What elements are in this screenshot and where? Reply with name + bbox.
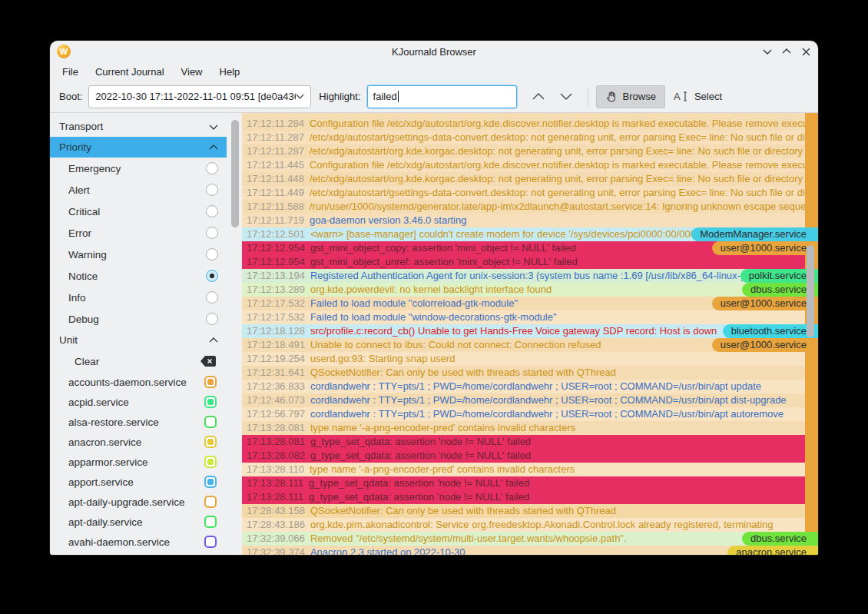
log-row[interactable]: 17:12:36.833cordlandwehr : TTY=pts/1 ; P…	[242, 380, 818, 393]
unit-checkbox[interactable]	[204, 476, 217, 488]
menu-current-journal[interactable]: Current Journal	[87, 64, 173, 80]
log-row[interactable]: 17:13:28.081type name '-a-png-encoder-pr…	[242, 421, 818, 435]
log-timestamp: 17:12:12.954	[247, 242, 305, 254]
browse-button[interactable]: Browse	[596, 85, 665, 108]
unit-checkbox[interactable]	[204, 516, 217, 528]
log-row[interactable]: 17:12:11.287/etc/xdg/autostart/gsettings…	[242, 131, 818, 144]
titlebar[interactable]: W KJournald Browser	[50, 41, 818, 62]
unit-color-strip	[805, 366, 818, 380]
unit-item-apt-daily-upgrade-service[interactable]: apt-daily-upgrade.service	[50, 492, 227, 512]
log-row[interactable]: 17:32:39.066Removed "/etc/systemd/system…	[242, 532, 818, 546]
log-row[interactable]: 17:12:19.254userd.go:93: Starting snap u…	[242, 352, 818, 366]
priority-item-notice[interactable]: Notice	[50, 265, 227, 287]
log-row[interactable]: 17:32:39.374Anacron 2.3 started on 2022-…	[242, 546, 818, 555]
priority-item-alert[interactable]: Alert	[50, 179, 227, 201]
next-match-button[interactable]	[552, 86, 580, 108]
unit-item-avahi-daemon-service[interactable]: avahi-daemon.service	[50, 532, 227, 552]
unit-checkbox[interactable]	[204, 376, 217, 388]
log-row[interactable]: 17:12:11.287/etc/xdg/autostart/org.kde.k…	[242, 144, 818, 158]
log-row[interactable]: 17:12:18.128src/profile.c:record_cb() Un…	[242, 324, 818, 338]
unit-item-apparmor-service[interactable]: apparmor.service	[50, 452, 227, 472]
log-row[interactable]: 17:12:12.501<warn> [base-manager] couldn…	[242, 227, 818, 241]
radio-button[interactable]	[206, 270, 218, 282]
priority-item-debug[interactable]: Debug	[50, 308, 227, 330]
section-unit[interactable]: Unit	[50, 330, 227, 350]
priority-item-label: Alert	[68, 184, 90, 196]
checkbox-fill	[207, 379, 214, 385]
log-row[interactable]: 17:28:43.186org.kde.pim.akonadicontrol: …	[242, 518, 818, 532]
log-row[interactable]: 17:12:11.284Configuration file /etc/xdg/…	[242, 117, 818, 131]
log-row[interactable]: 17:12:11.719goa-daemon version 3.46.0 st…	[242, 214, 818, 227]
unit-checkbox[interactable]	[204, 416, 217, 428]
priority-item-error[interactable]: Error	[50, 222, 227, 244]
sidebar-scrollbar[interactable]	[231, 120, 239, 227]
log-timestamp: 17:12:11.588	[247, 201, 304, 212]
unit-item-alsa-restore-service[interactable]: alsa-restore.service	[50, 412, 227, 432]
priority-item-critical[interactable]: Critical	[50, 201, 227, 222]
log-row[interactable]: 17:12:17.532Failed to load module "windo…	[242, 310, 818, 324]
highlight-input[interactable]: failed	[367, 85, 517, 108]
log-scrollbar[interactable]	[807, 245, 814, 337]
priority-item-info[interactable]: Info	[50, 287, 227, 308]
previous-match-button[interactable]	[525, 86, 552, 108]
log-row[interactable]: 17:12:11.449/etc/xdg/autostart/gsettings…	[242, 186, 818, 200]
unit-checkbox[interactable]	[204, 536, 217, 548]
select-button[interactable]: A Select	[665, 85, 731, 108]
log-row[interactable]: 17:12:17.532Failed to load module "color…	[242, 297, 818, 310]
boot-combobox[interactable]: 2022-10-30 17:11-2022-11-01 09:51 [de0a4…	[88, 85, 311, 108]
log-row[interactable]: 17:12:13.194Registered Authentication Ag…	[242, 269, 818, 283]
unit-item-anacron-service[interactable]: anacron.service	[50, 432, 227, 452]
log-timestamp: 17:28:43.158	[247, 505, 305, 516]
log-row[interactable]: 17:12:13.289org.kde.powerdevil: no kerne…	[242, 283, 818, 297]
priority-item-label: Critical	[68, 206, 100, 217]
unit-checkbox[interactable]	[204, 396, 217, 408]
log-row[interactable]: 17:12:31.641QSocketNotifier: Can only be…	[242, 366, 818, 380]
radio-button[interactable]	[206, 248, 218, 261]
log-message: Configuration file /etc/xdg/autostart/or…	[310, 118, 818, 129]
log-row[interactable]: 17:12:18.491Unable to connect to ibus: C…	[242, 338, 818, 352]
unit-checkbox[interactable]	[204, 436, 217, 448]
log-row[interactable]: 17:12:11.448/etc/xdg/autostart/org.kde.k…	[242, 172, 818, 186]
unit-color-strip	[805, 504, 818, 518]
priority-item-warning[interactable]: Warning	[50, 244, 227, 265]
log-row[interactable]: 17:12:12.954gst_mini_object_copy: assert…	[242, 241, 818, 255]
unit-item-apport-service[interactable]: apport.service	[50, 472, 227, 492]
log-row[interactable]: 17:13:28.111g_type_set_qdata: assertion …	[242, 476, 818, 490]
log-timestamp: 17:12:13.194	[247, 270, 305, 281]
maximize-button[interactable]	[780, 45, 793, 58]
radio-button[interactable]	[206, 227, 218, 239]
menu-view[interactable]: View	[173, 64, 211, 80]
log-row[interactable]: 17:12:56.797cordlandwehr : TTY=pts/1 ; P…	[242, 407, 818, 421]
log-row[interactable]: 17:13:28.081g_type_set_qdata: assertion …	[242, 435, 818, 449]
log-row[interactable]: 17:13:28.111g_type_set_qdata: assertion …	[242, 490, 818, 504]
log-timestamp: 17:13:28.081	[247, 422, 305, 433]
menu-file[interactable]: File	[54, 64, 87, 80]
unit-clear-button[interactable]: Clear	[50, 350, 227, 372]
log-message: /run/user/1000/systemd/generator.late/ap…	[310, 201, 818, 212]
log-row[interactable]: 17:13:28.110type name '-a-png-encoder-pr…	[242, 463, 818, 476]
radio-button[interactable]	[206, 184, 218, 196]
radio-button[interactable]	[206, 162, 218, 174]
section-priority[interactable]: Priority	[50, 137, 227, 158]
unit-item-acpid-service[interactable]: acpid.service	[50, 392, 227, 412]
radio-button[interactable]	[206, 291, 218, 304]
section-transport[interactable]: Transport	[50, 116, 227, 137]
log-row[interactable]: 17:28:43.158QSocketNotifier: Can only be…	[242, 504, 818, 518]
unit-item-apt-daily-service[interactable]: apt-daily.service	[50, 512, 227, 532]
close-button[interactable]	[800, 45, 812, 58]
unit-checkbox[interactable]	[204, 456, 217, 468]
minimize-button[interactable]	[761, 45, 774, 58]
log-row[interactable]: 17:12:12.954gst_mini_object_unref: asser…	[242, 255, 818, 269]
log-row[interactable]: 17:12:11.588/run/user/1000/systemd/gener…	[242, 200, 818, 214]
unit-checkbox[interactable]	[204, 496, 217, 508]
log-message: QSocketNotifier: Can only be used with t…	[310, 367, 616, 378]
log-row[interactable]: 17:12:11.445Configuration file /etc/xdg/…	[242, 158, 818, 172]
unit-item-accounts-daemon-service[interactable]: accounts-daemon.service	[50, 372, 227, 392]
priority-item-label: Info	[68, 292, 86, 304]
log-row[interactable]: 17:13:28.082g_type_set_qdata: assertion …	[242, 449, 818, 463]
priority-item-emergency[interactable]: Emergency	[50, 158, 227, 179]
radio-button[interactable]	[206, 313, 218, 325]
menu-help[interactable]: Help	[211, 64, 249, 80]
log-row[interactable]: 17:12:46.073cordlandwehr : TTY=pts/1 ; P…	[242, 393, 818, 407]
radio-button[interactable]	[206, 205, 218, 217]
